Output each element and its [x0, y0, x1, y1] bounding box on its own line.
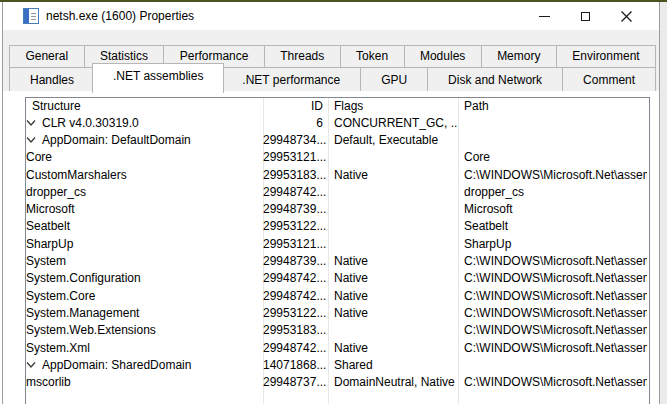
tab-environment[interactable]: Environment	[556, 45, 656, 67]
tree-row-dropper-cs[interactable]: dropper_cs29948742...dropper_cs	[26, 183, 649, 200]
tree-row-sharpup[interactable]: SharpUp29953121...SharpUp	[26, 235, 649, 252]
structure-cell: CLR v4.0.30319.0	[26, 116, 263, 130]
background-right-sliver	[660, 2, 667, 404]
tab-gpu[interactable]: GPU	[360, 67, 428, 93]
structure-cell: System.Management	[26, 306, 263, 320]
tab-net-assemblies[interactable]: .NET assemblies	[92, 63, 224, 93]
tree-row-seatbelt[interactable]: Seatbelt29953122...Seatbelt	[26, 218, 649, 235]
tree-row-microsoft[interactable]: Microsoft29948739...Microsoft	[26, 200, 649, 217]
path-cell: Seatbelt	[458, 219, 647, 233]
id-cell: 29948739...	[263, 254, 328, 268]
structure-label: System.Web.Extensions	[26, 323, 156, 337]
tab-general[interactable]: General	[9, 45, 85, 67]
structure-label: System.Xml	[26, 341, 90, 355]
id-cell: 14071868...	[263, 358, 328, 372]
flags-cell: DomainNeutral, Native	[328, 375, 458, 389]
collapse-chevron-icon[interactable]	[26, 361, 36, 369]
tab-modules[interactable]: Modules	[404, 45, 482, 67]
title-bar: netsh.exe (1600) Properties	[3, 2, 659, 30]
path-cell: C:\WINDOWS\Microsoft.Net\assembly	[458, 254, 647, 268]
id-cell: 29953122...	[263, 306, 328, 320]
structure-cell: AppDomain: DefaultDomain	[26, 133, 263, 147]
id-cell: 29948742...	[263, 341, 328, 355]
collapse-chevron-icon[interactable]	[26, 119, 36, 127]
structure-label: System.Core	[26, 289, 95, 303]
tab-memory[interactable]: Memory	[481, 45, 557, 67]
tree-row-mscorlib[interactable]: mscorlib29948737...DomainNeutral, Native…	[26, 373, 649, 390]
path-cell: C:\WINDOWS\Microsoft.Net\assembly	[458, 375, 647, 389]
column-header-flags[interactable]: Flags	[328, 99, 458, 113]
path-cell: Core	[458, 150, 647, 164]
tree-row-system-management[interactable]: System.Management29953122...NativeC:\WIN…	[26, 304, 649, 321]
id-cell: 29948742...	[263, 271, 328, 285]
tree-row-system-xml[interactable]: System.Xml29948742...NativeC:\WINDOWS\Mi…	[26, 339, 649, 356]
structure-label: AppDomain: SharedDomain	[42, 358, 191, 372]
structure-cell: Seatbelt	[26, 219, 263, 233]
structure-label: CustomMarshalers	[26, 168, 127, 182]
close-icon	[621, 11, 632, 22]
structure-cell: Microsoft	[26, 202, 263, 216]
minimize-button[interactable]	[524, 2, 565, 30]
structure-cell: mscorlib	[26, 375, 263, 389]
close-button[interactable]	[606, 2, 647, 30]
id-cell: 29953183...	[263, 168, 328, 182]
flags-cell: Native	[328, 289, 458, 303]
structure-cell: Core	[26, 150, 263, 164]
window-controls	[524, 2, 647, 30]
structure-label: mscorlib	[26, 375, 71, 389]
tab-threads[interactable]: Threads	[264, 45, 341, 67]
tree-row-custommarshalers[interactable]: CustomMarshalers29953183...NativeC:\WIND…	[26, 166, 649, 183]
structure-label: Microsoft	[26, 202, 75, 216]
structure-label: AppDomain: DefaultDomain	[42, 133, 191, 147]
tree-row-system-configuration[interactable]: System.Configuration29948742...NativeC:\…	[26, 270, 649, 287]
tree-row-core[interactable]: Core29953121...Core	[26, 149, 649, 166]
tab-net-performance[interactable]: .NET performance	[221, 67, 361, 93]
structure-label: Seatbelt	[26, 219, 70, 233]
path-cell: C:\WINDOWS\Microsoft.Net\assembly	[458, 271, 647, 285]
column-header-structure[interactable]: Structure	[26, 99, 263, 113]
structure-label: Core	[26, 150, 52, 164]
minimize-icon	[539, 16, 550, 17]
path-cell: C:\WINDOWS\Microsoft.Net\assembly	[458, 323, 647, 337]
path-cell: C:\WINDOWS\Microsoft.Net\assembly	[458, 341, 647, 355]
tree-row-appdomain-shareddomain[interactable]: AppDomain: SharedDomain14071868...Shared	[26, 356, 649, 373]
flags-cell: Default, Executable	[328, 133, 458, 147]
structure-label: System.Management	[26, 306, 139, 320]
column-header-id[interactable]: ID	[263, 99, 328, 113]
structure-cell: SharpUp	[26, 237, 263, 251]
id-cell: 29953183...	[263, 323, 328, 337]
tree-row-clr-v4-0-30319-0[interactable]: CLR v4.0.30319.06CONCURRENT_GC, ...	[26, 114, 649, 131]
collapse-chevron-icon[interactable]	[26, 136, 36, 144]
tab-comment[interactable]: Comment	[562, 67, 656, 93]
structure-cell: System.Web.Extensions	[26, 323, 263, 337]
id-cell: 29948742...	[263, 289, 328, 303]
tree-row-system-web-extensions[interactable]: System.Web.Extensions29953183...C:\WINDO…	[26, 322, 649, 339]
window-title: netsh.exe (1600) Properties	[46, 9, 194, 23]
structure-label: System.Configuration	[26, 271, 141, 285]
structure-cell: dropper_cs	[26, 185, 263, 199]
column-header-path[interactable]: Path	[458, 99, 647, 113]
id-cell: 29948737...	[263, 375, 328, 389]
flags-cell: Native	[328, 254, 458, 268]
flags-cell: Native	[328, 168, 458, 182]
tab-handles[interactable]: Handles	[9, 67, 95, 93]
tree-row-system-core[interactable]: System.Core29948742...NativeC:\WINDOWS\M…	[26, 287, 649, 304]
tab-disk-and-network[interactable]: Disk and Network	[427, 67, 563, 93]
tab-token[interactable]: Token	[340, 45, 405, 67]
flags-cell: Native	[328, 271, 458, 285]
tree-row-system[interactable]: System29948739...NativeC:\WINDOWS\Micros…	[26, 252, 649, 269]
list-header: StructureIDFlagsPath	[26, 98, 649, 114]
assembly-tree-list[interactable]: StructureIDFlagsPath CLR v4.0.30319.06CO…	[25, 97, 650, 404]
maximize-button[interactable]	[565, 2, 606, 30]
structure-label: CLR v4.0.30319.0	[42, 116, 139, 130]
flags-cell: Native	[328, 341, 458, 355]
tree-row-appdomain-defaultdomain[interactable]: AppDomain: DefaultDomain29948734...Defau…	[26, 131, 649, 148]
id-cell: 29953121...	[263, 237, 328, 251]
path-cell: C:\WINDOWS\Microsoft.Net\assembly	[458, 306, 647, 320]
dialog-body: GeneralStatisticsPerformanceThreadsToken…	[3, 30, 659, 404]
id-cell: 29948739...	[263, 202, 328, 216]
path-cell: Microsoft	[458, 202, 647, 216]
structure-cell: System.Xml	[26, 341, 263, 355]
flags-cell: CONCURRENT_GC, ...	[328, 116, 458, 130]
structure-label: System	[26, 254, 66, 268]
